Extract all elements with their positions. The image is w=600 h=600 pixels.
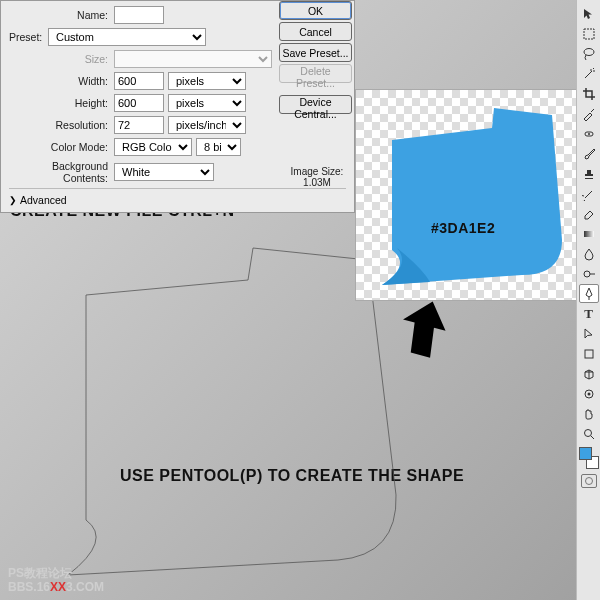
image-size-info: Image Size: 1.03M <box>279 166 355 188</box>
ok-button[interactable]: OK <box>279 1 352 20</box>
gradient-tool-icon[interactable] <box>579 224 599 243</box>
move-tool-icon[interactable] <box>579 4 599 23</box>
width-input[interactable] <box>114 72 164 90</box>
chevron-down-icon: ❯ <box>9 195 17 205</box>
quickmask-icon[interactable] <box>581 474 597 488</box>
name-input[interactable] <box>114 6 164 24</box>
svg-rect-5 <box>585 350 593 358</box>
arrow-icon <box>395 300 450 362</box>
svg-point-1 <box>584 48 594 55</box>
cancel-button[interactable]: Cancel <box>279 22 352 41</box>
width-label: Width: <box>9 75 114 87</box>
device-central-button[interactable]: Device Central... <box>279 95 352 114</box>
wand-tool-icon[interactable] <box>579 64 599 83</box>
resolution-unit-select[interactable]: pixels/inch <box>168 116 246 134</box>
hand-tool-icon[interactable] <box>579 404 599 423</box>
name-label: Name: <box>9 9 114 21</box>
colormode-label: Color Mode: <box>9 141 114 153</box>
size-label: Size: <box>9 53 114 65</box>
type-tool-icon[interactable]: T <box>579 304 599 323</box>
healing-tool-icon[interactable] <box>579 124 599 143</box>
size-select <box>114 50 272 68</box>
svg-rect-3 <box>584 231 594 237</box>
bg-label: Background Contents: <box>9 160 114 184</box>
watermark: PS教程论坛 BBS.16XX3.COM <box>8 566 104 594</box>
colormode-select[interactable]: RGB Color <box>114 138 192 156</box>
resolution-label: Resolution: <box>9 119 114 131</box>
preset-select[interactable]: Custom <box>48 28 206 46</box>
hex-color-label: #3DA1E2 <box>431 220 495 236</box>
zoom-tool-icon[interactable] <box>579 424 599 443</box>
blue-shape <box>362 100 567 295</box>
advanced-toggle[interactable]: ❯ Advanced <box>1 191 354 206</box>
tools-panel: T <box>576 0 600 600</box>
height-input[interactable] <box>114 94 164 112</box>
canvas-preview: #3DA1E2 <box>355 89 577 301</box>
preset-label: Preset: <box>9 31 48 43</box>
dialog-buttons: OK Cancel Save Preset... Delete Preset..… <box>279 1 355 188</box>
camera-tool-icon[interactable] <box>579 384 599 403</box>
lasso-tool-icon[interactable] <box>579 44 599 63</box>
blur-tool-icon[interactable] <box>579 244 599 263</box>
bitdepth-select[interactable]: 8 bit <box>196 138 241 156</box>
history-brush-icon[interactable] <box>579 184 599 203</box>
color-swatches[interactable] <box>579 447 599 469</box>
dodge-tool-icon[interactable] <box>579 264 599 283</box>
advanced-label: Advanced <box>20 194 67 206</box>
svg-rect-0 <box>584 29 594 39</box>
foreground-color-swatch[interactable] <box>579 447 592 460</box>
svg-point-8 <box>584 429 591 436</box>
3d-tool-icon[interactable] <box>579 364 599 383</box>
crop-tool-icon[interactable] <box>579 84 599 103</box>
width-unit-select[interactable]: pixels <box>168 72 246 90</box>
eraser-tool-icon[interactable] <box>579 204 599 223</box>
delete-preset-button: Delete Preset... <box>279 64 352 83</box>
bg-select[interactable]: White <box>114 163 214 181</box>
svg-point-4 <box>584 271 590 277</box>
brush-tool-icon[interactable] <box>579 144 599 163</box>
svg-point-7 <box>587 392 590 395</box>
stamp-tool-icon[interactable] <box>579 164 599 183</box>
path-select-icon[interactable] <box>579 324 599 343</box>
height-label: Height: <box>9 97 114 109</box>
height-unit-select[interactable]: pixels <box>168 94 246 112</box>
pen-tool-icon[interactable] <box>579 284 599 303</box>
shape-tool-icon[interactable] <box>579 344 599 363</box>
marquee-tool-icon[interactable] <box>579 24 599 43</box>
resolution-input[interactable] <box>114 116 164 134</box>
save-preset-button[interactable]: Save Preset... <box>279 43 352 62</box>
eyedropper-tool-icon[interactable] <box>579 104 599 123</box>
